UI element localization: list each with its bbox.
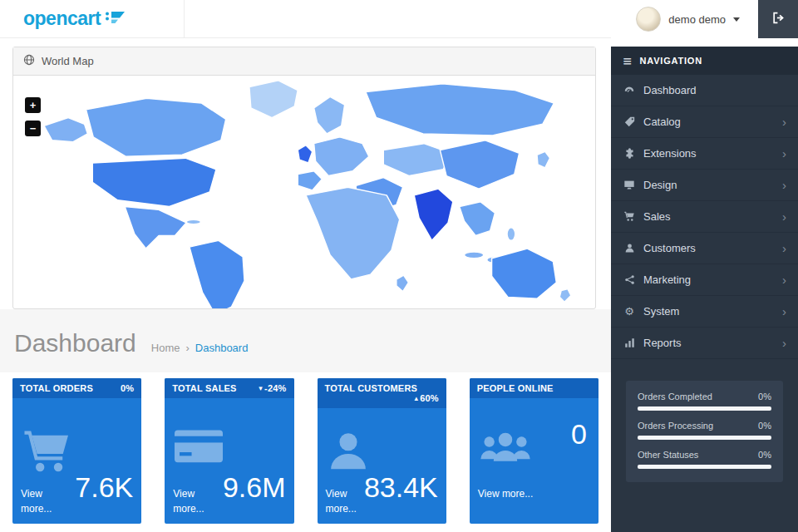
page-header: Dashboard Home › Dashboard bbox=[0, 309, 611, 372]
world-map[interactable] bbox=[13, 76, 595, 308]
user-menu[interactable]: demo demo bbox=[636, 0, 740, 38]
sidebar-item-extensions[interactable]: Extensions › bbox=[611, 138, 798, 170]
globe-icon bbox=[23, 54, 35, 68]
sidebar-item-label: Extensions bbox=[643, 147, 697, 160]
map-zoom-in-button[interactable]: + bbox=[25, 97, 41, 113]
credit-card-icon bbox=[175, 430, 223, 468]
gear-icon: ⚙ bbox=[623, 306, 636, 318]
chevron-right-icon: › bbox=[782, 273, 786, 286]
progress-label: Orders Completed bbox=[638, 392, 712, 401]
sidebar-item-label: Catalog bbox=[643, 116, 681, 128]
sidebar-item-marketing[interactable]: Marketing › bbox=[611, 264, 798, 296]
progress-bar bbox=[638, 406, 771, 411]
chevron-right-icon: › bbox=[782, 179, 786, 191]
chevron-right-icon: › bbox=[782, 305, 786, 318]
breadcrumb: Home › Dashboard bbox=[151, 342, 249, 354]
tile-value: 7.6K bbox=[75, 471, 133, 504]
tile-delta-value: -24% bbox=[264, 383, 286, 393]
avatar bbox=[636, 7, 661, 32]
progress-bar bbox=[638, 465, 771, 469]
breadcrumb-home[interactable]: Home bbox=[151, 342, 180, 354]
chevron-right-icon: › bbox=[782, 210, 786, 223]
breadcrumb-current[interactable]: Dashboard bbox=[195, 342, 249, 354]
cart-icon bbox=[623, 211, 636, 223]
users-icon bbox=[480, 430, 531, 468]
sidebar-item-system[interactable]: ⚙ System › bbox=[611, 296, 798, 328]
chevron-right-icon: › bbox=[782, 147, 786, 160]
sidebar-item-label: Reports bbox=[643, 337, 682, 349]
tile-label: PEOPLE ONLINE bbox=[477, 383, 554, 393]
bar-chart-icon bbox=[623, 337, 636, 349]
logo-box: opencart bbox=[0, 0, 185, 38]
progress-value: 0% bbox=[758, 421, 771, 431]
user-name: demo demo bbox=[668, 13, 726, 26]
opencart-logo[interactable]: opencart bbox=[23, 7, 126, 30]
progress-row-orders-completed: Orders Completed 0% bbox=[638, 392, 771, 411]
tile-value: 83.4K bbox=[364, 471, 438, 504]
view-more-link[interactable]: View more... bbox=[21, 486, 66, 517]
sidebar-item-label: Sales bbox=[643, 210, 671, 223]
tile-delta: ▾ -24% bbox=[259, 383, 286, 393]
world-map-body: + − bbox=[13, 76, 595, 308]
tile-value: 9.6M bbox=[223, 471, 286, 504]
sidebar-item-label: Design bbox=[643, 179, 677, 191]
tile-delta: 0% bbox=[119, 383, 134, 393]
view-more-link[interactable]: View more... bbox=[478, 486, 533, 502]
sidebar-item-customers[interactable]: Customers › bbox=[611, 233, 798, 264]
caret-down-icon bbox=[733, 17, 740, 22]
sidebar-item-label: Marketing bbox=[643, 273, 691, 286]
page-title: Dashboard bbox=[14, 329, 136, 357]
cart-icon bbox=[22, 430, 71, 476]
world-map-panel-header: World Map bbox=[13, 47, 595, 76]
tile-label: TOTAL ORDERS bbox=[20, 383, 93, 393]
sidebar-item-design[interactable]: Design › bbox=[611, 170, 798, 201]
top-header: opencart demo demo bbox=[0, 0, 798, 38]
sidebar-item-catalog[interactable]: Catalog › bbox=[611, 106, 798, 138]
header-divider bbox=[185, 37, 611, 38]
dashboard-icon bbox=[623, 85, 636, 96]
puzzle-icon bbox=[623, 148, 636, 160]
logo-text: opencart bbox=[23, 7, 101, 30]
user-icon bbox=[623, 243, 636, 254]
navigation-title: NAVIGATION bbox=[640, 56, 702, 66]
view-more-link[interactable]: View more... bbox=[326, 486, 371, 517]
people-online-tile: PEOPLE ONLINE 0 View more... bbox=[470, 378, 598, 524]
total-sales-tile: TOTAL SALES ▾ -24% 9.6M View more... bbox=[165, 378, 293, 524]
logout-button[interactable] bbox=[758, 0, 798, 38]
chevron-right-icon: › bbox=[782, 337, 786, 349]
progress-label: Orders Processing bbox=[638, 421, 713, 431]
sidebar-item-dashboard[interactable]: Dashboard bbox=[611, 75, 798, 106]
progress-row-other-statuses: Other Statuses 0% bbox=[638, 450, 771, 469]
opencart-admin: opencart demo demo bbox=[0, 0, 798, 532]
tile-label: TOTAL SALES bbox=[172, 383, 236, 393]
tag-icon bbox=[623, 116, 636, 128]
caret-down-icon: ▾ bbox=[259, 384, 263, 392]
map-zoom-out-button[interactable]: − bbox=[25, 121, 41, 136]
sign-out-icon bbox=[771, 11, 786, 27]
monitor-icon bbox=[623, 180, 636, 191]
chevron-right-icon: › bbox=[782, 116, 786, 128]
sidebar-item-sales[interactable]: Sales › bbox=[611, 201, 798, 233]
sidebar-item-reports[interactable]: Reports › bbox=[611, 328, 798, 359]
sidebar-item-label: System bbox=[643, 305, 679, 318]
logo-cart-icon bbox=[104, 10, 126, 28]
navigation-header: ≡ NAVIGATION bbox=[611, 47, 798, 75]
user-icon bbox=[328, 430, 369, 475]
tile-delta-value: 60% bbox=[420, 393, 439, 403]
progress-row-orders-processing: Orders Processing 0% bbox=[638, 421, 771, 440]
total-customers-tile: TOTAL CUSTOMERS ▴ 60% 83.4K View more... bbox=[318, 378, 446, 524]
sidebar-item-label: Dashboard bbox=[643, 84, 697, 96]
tile-delta-value: 0% bbox=[121, 383, 134, 393]
tile-value: 0 bbox=[571, 418, 587, 451]
panel-title: World Map bbox=[42, 55, 94, 67]
tile-delta: ▴ 60% bbox=[414, 393, 438, 403]
menu-icon: ≡ bbox=[623, 54, 633, 67]
progress-label: Other Statuses bbox=[638, 450, 698, 460]
view-more-link[interactable]: View more... bbox=[173, 486, 218, 517]
tile-label: TOTAL CUSTOMERS bbox=[325, 383, 418, 393]
order-status-panel: Orders Completed 0% Orders Processing 0%… bbox=[626, 381, 783, 482]
progress-value: 0% bbox=[758, 450, 771, 460]
sidebar: ≡ NAVIGATION Dashboard Catalog › Extensi… bbox=[611, 47, 798, 532]
share-icon bbox=[623, 274, 636, 286]
sidebar-item-label: Customers bbox=[643, 242, 696, 254]
